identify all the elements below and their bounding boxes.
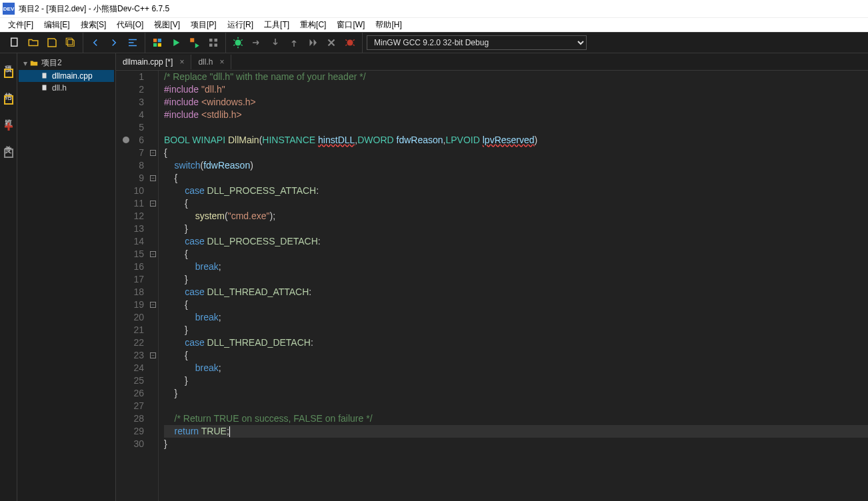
breakpoint-icon[interactable]: [123, 137, 129, 143]
back-button[interactable]: [87, 34, 104, 51]
gutter[interactable]: 1234567891011121314151617181920212223242…: [116, 71, 148, 501]
compile-run-button[interactable]: [186, 34, 203, 51]
code-area[interactable]: 1234567891011121314151617181920212223242…: [116, 71, 868, 501]
step-over-button[interactable]: [248, 34, 265, 51]
line-number[interactable]: 6: [124, 134, 144, 147]
line-number[interactable]: 8: [124, 159, 144, 172]
dock-icon[interactable]: [2, 147, 15, 160]
fold-toggle[interactable]: −: [150, 150, 156, 156]
continue-button[interactable]: [304, 34, 321, 51]
line-number[interactable]: 2: [124, 83, 144, 96]
debug-button[interactable]: [229, 34, 247, 51]
line-number[interactable]: 14: [124, 235, 144, 248]
code-line[interactable]: {: [164, 147, 868, 159]
step-out-button[interactable]: [285, 34, 303, 51]
menu-item[interactable]: 重构[C]: [295, 18, 331, 32]
line-number[interactable]: 27: [124, 400, 144, 412]
code-line[interactable]: #include <stdlib.h>: [164, 109, 868, 121]
menu-item[interactable]: 代码[O]: [111, 18, 149, 32]
debug-bug-button[interactable]: [341, 34, 359, 51]
dock-tab[interactable]: 项目: [2, 56, 15, 64]
code-line[interactable]: [164, 121, 868, 134]
run-button[interactable]: [167, 34, 185, 51]
line-number[interactable]: 23: [124, 349, 144, 362]
code-line[interactable]: case DLL_PROCESS_ATTACH:: [164, 185, 868, 197]
code-line[interactable]: }: [164, 374, 868, 387]
forward-button[interactable]: [105, 34, 123, 51]
menu-item[interactable]: 搜索[S]: [75, 18, 112, 32]
fold-toggle[interactable]: −: [150, 352, 156, 358]
code-line[interactable]: return TRUE;: [164, 425, 868, 438]
line-number[interactable]: 16: [124, 260, 144, 273]
menu-item[interactable]: 项目[P]: [185, 18, 222, 32]
fold-toggle[interactable]: −: [150, 251, 156, 257]
code-line[interactable]: #include <windows.h>: [164, 96, 868, 109]
code-line[interactable]: #include "dll.h": [164, 83, 868, 96]
code-content[interactable]: /* Replace "dll.h" with the name of your…: [159, 71, 868, 501]
line-number[interactable]: 19: [124, 298, 144, 311]
code-line[interactable]: switch(fdwReason): [164, 159, 868, 172]
code-line[interactable]: }: [164, 223, 868, 235]
dock-tab[interactable]: 监视: [2, 109, 15, 117]
code-line[interactable]: case DLL_PROCESS_DETACH:: [164, 235, 868, 248]
line-number[interactable]: 3: [124, 96, 144, 109]
menu-item[interactable]: 运行[R]: [222, 18, 259, 32]
code-line[interactable]: case DLL_THREAD_DETACH:: [164, 336, 868, 349]
line-number[interactable]: 9: [124, 172, 144, 185]
line-number[interactable]: 25: [124, 374, 144, 387]
line-number[interactable]: 17: [124, 273, 144, 286]
stop-button[interactable]: [323, 34, 340, 51]
code-line[interactable]: break;: [164, 311, 868, 324]
tree-root[interactable]: ▾ 项目2: [19, 56, 114, 70]
code-line[interactable]: }: [164, 387, 868, 400]
code-line[interactable]: break;: [164, 260, 868, 273]
code-line[interactable]: [164, 400, 868, 412]
save-all-button[interactable]: [62, 34, 79, 51]
code-line[interactable]: case DLL_THREAD_ATTACH:: [164, 286, 868, 298]
line-number[interactable]: 10: [124, 185, 144, 197]
new-file-button[interactable]: [6, 34, 23, 51]
step-into-button[interactable]: [267, 34, 284, 51]
code-line[interactable]: {: [164, 172, 868, 185]
close-icon[interactable]: ×: [179, 57, 184, 67]
code-line[interactable]: break;: [164, 362, 868, 374]
menu-item[interactable]: 窗口[W]: [331, 18, 370, 32]
line-number[interactable]: 26: [124, 387, 144, 400]
line-number[interactable]: 21: [124, 324, 144, 336]
compile-button[interactable]: [149, 34, 166, 51]
line-number[interactable]: 29: [124, 425, 144, 438]
dock-tab[interactable]: 文件: [2, 136, 15, 144]
dock-icon[interactable]: [2, 93, 15, 107]
fold-toggle[interactable]: −: [150, 302, 156, 308]
line-number[interactable]: 15: [124, 248, 144, 260]
code-line[interactable]: BOOL WINAPI DllMain(HINSTANCE hinstDLL,D…: [164, 134, 868, 147]
code-line[interactable]: }: [164, 324, 868, 336]
editor-tab[interactable]: dll.h×: [191, 55, 231, 69]
code-line[interactable]: /* Return TRUE on success, FALSE on fail…: [164, 412, 868, 425]
code-line[interactable]: /* Replace "dll.h" with the name of your…: [164, 71, 868, 83]
menu-item[interactable]: 视图[V]: [149, 18, 185, 32]
code-line[interactable]: }: [164, 273, 868, 286]
menu-item[interactable]: 工具[T]: [259, 18, 295, 32]
code-line[interactable]: {: [164, 298, 868, 311]
compiler-select[interactable]: MinGW GCC 9.2.0 32-bit Debug: [367, 35, 587, 50]
code-line[interactable]: {: [164, 248, 868, 260]
fold-toggle[interactable]: −: [150, 201, 156, 207]
menu-item[interactable]: 文件[F]: [3, 18, 39, 32]
open-button[interactable]: [25, 34, 42, 51]
dock-tab[interactable]: 结构: [2, 83, 15, 91]
line-number[interactable]: 1: [124, 71, 144, 83]
line-number[interactable]: 13: [124, 223, 144, 235]
dock-icon[interactable]: [2, 120, 15, 133]
line-number[interactable]: 24: [124, 362, 144, 374]
tree-file-dllmain[interactable]: dllmain.cpp: [19, 70, 114, 82]
menu-item[interactable]: 编辑[E]: [39, 18, 75, 32]
fold-toggle[interactable]: −: [150, 175, 156, 181]
code-line[interactable]: }: [164, 438, 868, 450]
code-line[interactable]: {: [164, 197, 868, 210]
line-number[interactable]: 5: [124, 121, 144, 134]
line-number[interactable]: 4: [124, 109, 144, 121]
editor-tab[interactable]: dllmain.cpp [*]×: [116, 55, 191, 69]
line-number[interactable]: 22: [124, 336, 144, 349]
menu-item[interactable]: 帮助[H]: [370, 18, 407, 32]
